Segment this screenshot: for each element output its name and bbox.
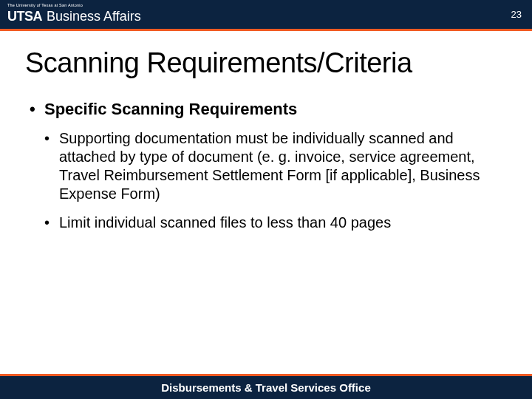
brand-tagline: The University of Texas at San Antonio (7, 3, 83, 7)
brand-logo: UTSA (7, 9, 42, 24)
section-heading: Specific Scanning Requirements Supportin… (30, 100, 495, 232)
slide-content: Specific Scanning Requirements Supportin… (0, 86, 532, 232)
header-bar: The University of Texas at San Antonio U… (0, 0, 532, 31)
footer-text: Disbursements & Travel Services Office (161, 381, 370, 394)
page-number: 23 (511, 9, 522, 20)
bullet-item: Limit individual scanned files to less t… (44, 214, 495, 232)
slide-title: Scanning Requirements/Criteria (0, 31, 532, 86)
section-heading-text: Specific Scanning Requirements (44, 100, 297, 118)
brand-department: Business Affairs (47, 9, 141, 24)
footer-bar: Disbursements & Travel Services Office (0, 374, 532, 399)
bullet-item: Supporting documentation must be individ… (44, 129, 495, 203)
brand-block: The University of Texas at San Antonio U… (7, 4, 141, 24)
